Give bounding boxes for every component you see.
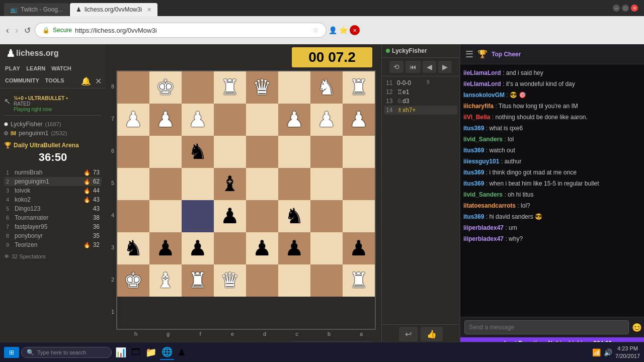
square-g2[interactable]: ♝: [149, 264, 182, 297]
black-player-name[interactable]: penguinm1: [19, 130, 48, 137]
square-d8[interactable]: ♛: [246, 71, 278, 104]
square-f2[interactable]: ♜: [182, 264, 214, 297]
square-h4[interactable]: [117, 200, 149, 232]
square-f3[interactable]: ♟: [182, 232, 214, 264]
bookmark-icon[interactable]: ☆: [312, 26, 319, 34]
square-a8[interactable]: ♜: [343, 71, 375, 104]
square-b6[interactable]: [310, 136, 343, 168]
square-e5[interactable]: ♝: [214, 168, 246, 200]
menu-btn[interactable]: ✕: [350, 25, 360, 35]
lb-row-5[interactable]: 5 Dingo123 43: [4, 204, 102, 213]
square-c6[interactable]: [278, 136, 310, 168]
lb-row-4[interactable]: 4 koko2 🔥 43: [4, 195, 102, 204]
network-icon[interactable]: 📶: [592, 348, 601, 356]
chat-user-13[interactable]: iitatoesandcarrots: [463, 202, 516, 209]
browser-tab-active[interactable]: ♟ lichess.org/0vvMow3i ✕: [70, 3, 157, 16]
square-h2[interactable]: ♚: [117, 264, 149, 297]
move-white-13[interactable]: ♘d3: [397, 98, 425, 105]
flip-board-btn[interactable]: ⟲: [389, 61, 404, 73]
square-f8[interactable]: [182, 71, 214, 104]
next-move-btn[interactable]: ▶: [438, 61, 452, 73]
back-button[interactable]: ‹: [4, 23, 11, 38]
square-g5[interactable]: [149, 168, 182, 200]
square-a5[interactable]: [343, 168, 375, 200]
square-e4[interactable]: ♟: [214, 200, 246, 232]
chat-user-10[interactable]: itus369: [463, 169, 484, 176]
forward-button[interactable]: ›: [13, 23, 20, 38]
notification-bell[interactable]: 🔔: [79, 74, 93, 88]
white-player-name[interactable]: LyckyFisher: [11, 121, 43, 128]
address-bar[interactable]: 🔒 Secure https://lichess.org/0vvMow3i ☆: [35, 23, 327, 38]
bookmark-btn2[interactable]: ⭐: [339, 26, 348, 34]
taskbar-chrome[interactable]: 🌐: [160, 345, 174, 360]
lb-row-1[interactable]: 1 nurmiBrah 🔥 73: [4, 168, 102, 177]
square-h7[interactable]: ♟: [117, 104, 149, 136]
square-d3[interactable]: ♟: [246, 232, 278, 264]
square-b5[interactable]: [310, 168, 343, 200]
square-e2[interactable]: ♛: [214, 264, 246, 297]
taskbar-excel[interactable]: 📊: [114, 345, 128, 359]
chat-user-9[interactable]: iiiessguy101: [463, 158, 499, 165]
square-c3[interactable]: ♟: [278, 232, 310, 264]
square-c4[interactable]: ♞: [278, 200, 310, 232]
close-nav-btn[interactable]: ✕: [93, 74, 104, 88]
square-e3[interactable]: [214, 232, 246, 264]
chat-user-1[interactable]: iieLlamaLord: [463, 69, 501, 76]
square-a2[interactable]: ♜: [343, 264, 375, 297]
square-d2[interactable]: [246, 264, 278, 297]
chat-user-16[interactable]: iiiperbladex47: [463, 235, 504, 242]
lb-row-3[interactable]: 3 toivok 🔥 44: [4, 186, 102, 195]
lb-row-8[interactable]: 8 ponybonyr 35: [4, 231, 102, 240]
chat-user-7[interactable]: iivid_Sanders: [463, 136, 503, 143]
chat-user-6[interactable]: itus369: [463, 125, 484, 132]
chat-user-2[interactable]: iieLlamaLord: [463, 80, 501, 87]
square-g6[interactable]: [149, 136, 182, 168]
chat-user-14[interactable]: itus369: [463, 213, 484, 220]
square-e8[interactable]: ♜: [214, 71, 246, 104]
move-white-11[interactable]: 0-0-0: [397, 79, 425, 86]
lb-row-2[interactable]: 2 penguingim1 🔥 62: [4, 177, 102, 186]
extensions-btn[interactable]: 👤: [329, 26, 337, 34]
taskbar-windows[interactable]: 🗔: [130, 345, 142, 359]
square-a6[interactable]: [343, 136, 375, 168]
top-player-name[interactable]: LyckyFisher: [392, 47, 427, 54]
chat-emoji-btn[interactable]: 😊: [632, 323, 642, 332]
first-move-btn[interactable]: ⏮: [406, 61, 421, 73]
square-g7[interactable]: ♟: [149, 104, 182, 136]
arena-title[interactable]: 🏆 Daily UltraBullet Arena: [4, 142, 102, 149]
chat-user-5[interactable]: iiVI_Bella: [463, 114, 490, 121]
square-f7[interactable]: ♟: [182, 104, 214, 136]
thumbup-btn[interactable]: 👍: [421, 327, 443, 341]
tab-close-button[interactable]: ✕: [147, 7, 151, 13]
nav-play[interactable]: PLAY: [2, 62, 23, 74]
chat-user-12[interactable]: iivid_Sanders: [463, 191, 503, 198]
lb-row-9[interactable]: 9 Teorizen 🔥 32: [4, 240, 102, 249]
square-g4[interactable]: [149, 200, 182, 232]
volume-icon[interactable]: 🔊: [604, 348, 612, 356]
chat-user-3[interactable]: IansokolovGM: [463, 92, 505, 99]
square-g3[interactable]: ♟: [149, 232, 182, 264]
square-f6[interactable]: ♞: [182, 136, 214, 168]
square-h5[interactable]: [117, 168, 149, 200]
reload-button[interactable]: ↺: [22, 24, 33, 37]
chat-user-4[interactable]: iiicharyfifa: [463, 103, 494, 110]
undo-btn[interactable]: ↩: [399, 327, 418, 341]
nav-learn[interactable]: LEARN: [23, 62, 48, 74]
square-d7[interactable]: [246, 104, 278, 136]
square-a4[interactable]: [343, 200, 375, 232]
prev-move-btn[interactable]: ◀: [423, 61, 436, 73]
square-g8[interactable]: ♚: [149, 71, 182, 104]
square-e7[interactable]: [214, 104, 246, 136]
square-a7[interactable]: ♟: [343, 104, 375, 136]
nav-tools[interactable]: TOOLS: [42, 74, 67, 88]
chat-user-8[interactable]: itus369: [463, 147, 484, 154]
square-b8[interactable]: ♞: [310, 71, 343, 104]
taskbar-chess[interactable]: ♟: [176, 345, 187, 359]
square-e6[interactable]: [214, 136, 246, 168]
minimize-button[interactable]: ─: [613, 5, 620, 12]
taskbar-folder[interactable]: 📁: [144, 345, 158, 359]
lb-row-6[interactable]: 6 Tournamater 38: [4, 213, 102, 222]
square-c5[interactable]: [278, 168, 310, 200]
lb-row-7[interactable]: 7 fastplayer95 36: [4, 222, 102, 231]
search-bar[interactable]: 🔍 Type here to search: [21, 347, 112, 358]
